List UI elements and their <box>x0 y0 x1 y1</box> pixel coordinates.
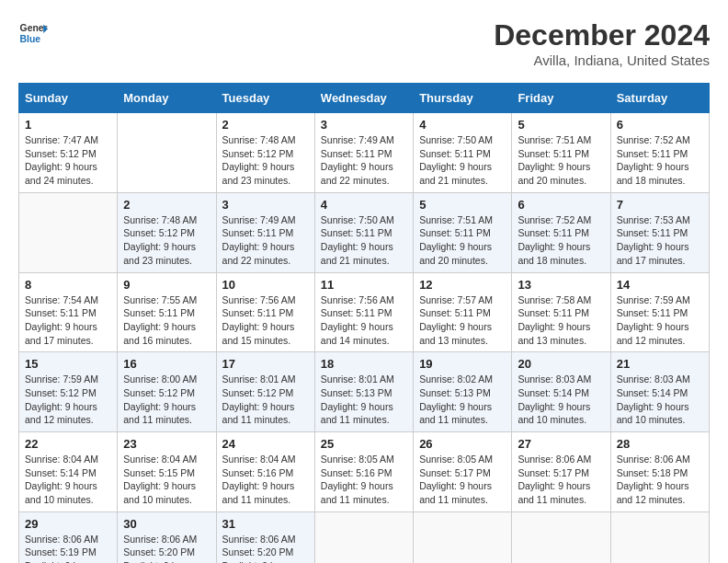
table-row: 6Sunrise: 7:52 AMSunset: 5:11 PMDaylight… <box>610 113 709 193</box>
table-row: 11Sunrise: 7:56 AMSunset: 5:11 PMDayligh… <box>314 272 413 352</box>
table-row: 23Sunrise: 8:04 AMSunset: 5:15 PMDayligh… <box>118 432 216 512</box>
calendar-week-3: 15Sunrise: 7:59 AMSunset: 5:12 PMDayligh… <box>19 352 710 432</box>
col-saturday: Saturday <box>610 84 709 113</box>
month-title: December 2024 <box>494 18 710 52</box>
table-row: 12Sunrise: 7:57 AMSunset: 5:11 PMDayligh… <box>414 272 512 352</box>
calendar-week-0: 1Sunrise: 7:47 AMSunset: 5:12 PMDaylight… <box>19 113 710 193</box>
col-thursday: Thursday <box>414 84 512 113</box>
table-row: 8Sunrise: 7:54 AMSunset: 5:11 PMDaylight… <box>19 272 118 352</box>
table-row: 5Sunrise: 7:51 AMSunset: 5:11 PMDaylight… <box>414 192 512 272</box>
table-row: 21Sunrise: 8:03 AMSunset: 5:14 PMDayligh… <box>610 352 709 432</box>
svg-text:Blue: Blue <box>20 34 41 44</box>
col-sunday: Sunday <box>19 84 118 113</box>
table-row: 24Sunrise: 8:04 AMSunset: 5:16 PMDayligh… <box>216 432 314 512</box>
calendar-header-row: Sunday Monday Tuesday Wednesday Thursday… <box>19 84 710 113</box>
table-row <box>414 511 512 563</box>
table-row: 28Sunrise: 8:06 AMSunset: 5:18 PMDayligh… <box>610 432 709 512</box>
col-tuesday: Tuesday <box>216 84 314 113</box>
table-row: 1Sunrise: 7:47 AMSunset: 5:12 PMDaylight… <box>19 113 118 193</box>
table-row: 16Sunrise: 8:00 AMSunset: 5:12 PMDayligh… <box>118 352 216 432</box>
col-wednesday: Wednesday <box>314 84 413 113</box>
calendar-week-2: 8Sunrise: 7:54 AMSunset: 5:11 PMDaylight… <box>19 272 710 352</box>
table-row: 27Sunrise: 8:06 AMSunset: 5:17 PMDayligh… <box>512 432 610 512</box>
table-row: 3Sunrise: 7:49 AMSunset: 5:11 PMDaylight… <box>314 113 413 193</box>
table-row: 22Sunrise: 8:04 AMSunset: 5:14 PMDayligh… <box>19 432 118 512</box>
table-row: 2Sunrise: 7:48 AMSunset: 5:12 PMDaylight… <box>216 113 314 193</box>
calendar-week-1: 2Sunrise: 7:48 AMSunset: 5:12 PMDaylight… <box>19 192 710 272</box>
table-row <box>19 192 118 272</box>
table-row: 13Sunrise: 7:58 AMSunset: 5:11 PMDayligh… <box>512 272 610 352</box>
table-row: 10Sunrise: 7:56 AMSunset: 5:11 PMDayligh… <box>216 272 314 352</box>
calendar-table: Sunday Monday Tuesday Wednesday Thursday… <box>18 83 710 563</box>
table-row: 4Sunrise: 7:50 AMSunset: 5:11 PMDaylight… <box>314 192 413 272</box>
table-row: 17Sunrise: 8:01 AMSunset: 5:12 PMDayligh… <box>216 352 314 432</box>
table-row: 4Sunrise: 7:50 AMSunset: 5:11 PMDaylight… <box>414 113 512 193</box>
page-header: General Blue December 2024 Avilla, India… <box>18 18 710 68</box>
location: Avilla, Indiana, United States <box>494 52 710 68</box>
table-row <box>610 511 709 563</box>
table-row: 25Sunrise: 8:05 AMSunset: 5:16 PMDayligh… <box>314 432 413 512</box>
table-row: 9Sunrise: 7:55 AMSunset: 5:11 PMDaylight… <box>118 272 216 352</box>
table-row: 2Sunrise: 7:48 AMSunset: 5:12 PMDaylight… <box>118 192 216 272</box>
table-row: 18Sunrise: 8:01 AMSunset: 5:13 PMDayligh… <box>314 352 413 432</box>
logo: General Blue <box>18 18 48 48</box>
col-friday: Friday <box>512 84 610 113</box>
table-row: 15Sunrise: 7:59 AMSunset: 5:12 PMDayligh… <box>19 352 118 432</box>
table-row <box>314 511 413 563</box>
table-row: 26Sunrise: 8:05 AMSunset: 5:17 PMDayligh… <box>414 432 512 512</box>
table-row: 14Sunrise: 7:59 AMSunset: 5:11 PMDayligh… <box>610 272 709 352</box>
title-block: December 2024 Avilla, Indiana, United St… <box>494 18 710 68</box>
table-row: 20Sunrise: 8:03 AMSunset: 5:14 PMDayligh… <box>512 352 610 432</box>
table-row <box>118 113 216 193</box>
calendar-week-5: 29Sunrise: 8:06 AMSunset: 5:19 PMDayligh… <box>19 511 710 563</box>
table-row: 29Sunrise: 8:06 AMSunset: 5:19 PMDayligh… <box>19 511 118 563</box>
table-row: 3Sunrise: 7:49 AMSunset: 5:11 PMDaylight… <box>216 192 314 272</box>
logo-icon: General Blue <box>18 18 48 48</box>
table-row: 5Sunrise: 7:51 AMSunset: 5:11 PMDaylight… <box>512 113 610 193</box>
calendar-week-4: 22Sunrise: 8:04 AMSunset: 5:14 PMDayligh… <box>19 432 710 512</box>
table-row <box>512 511 610 563</box>
table-row: 7Sunrise: 7:53 AMSunset: 5:11 PMDaylight… <box>610 192 709 272</box>
table-row: 6Sunrise: 7:52 AMSunset: 5:11 PMDaylight… <box>512 192 610 272</box>
table-row: 30Sunrise: 8:06 AMSunset: 5:20 PMDayligh… <box>118 511 216 563</box>
table-row: 31Sunrise: 8:06 AMSunset: 5:20 PMDayligh… <box>216 511 314 563</box>
table-row: 19Sunrise: 8:02 AMSunset: 5:13 PMDayligh… <box>414 352 512 432</box>
col-monday: Monday <box>118 84 216 113</box>
